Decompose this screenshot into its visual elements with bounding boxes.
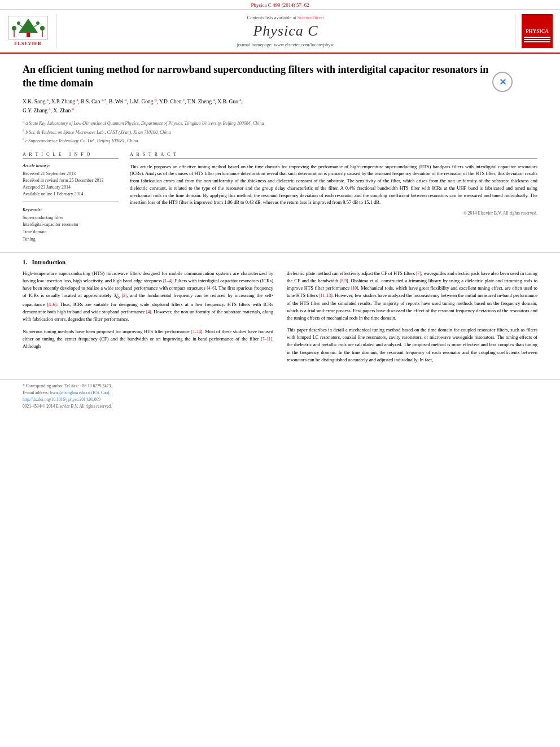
svg-point-6 — [36, 21, 40, 25]
journal-title-area: Contents lists available at ScienceDirec… — [62, 14, 509, 48]
article-title-row: An efficient tuning method for narrowban… — [23, 63, 537, 90]
corresponding-author-note: * Corresponding author. Tel./fax: +86 10… — [23, 383, 537, 388]
article-history-label: Article history: — [23, 163, 119, 168]
elsevier-tree-logo — [8, 16, 48, 40]
abstract-text: This article proposes an effective tunin… — [130, 163, 537, 207]
journal-thumbnail: PHYSICA — [515, 14, 554, 48]
journal-bar: Physica C 499 (2014) 57–62 — [0, 0, 560, 10]
body-col-left: High-temperature superconducting (HTS) m… — [23, 270, 273, 368]
svg-point-8 — [40, 26, 45, 30]
received-date: Received 21 September 2013 — [23, 171, 119, 177]
abstract-heading: A B S T R A C T — [130, 152, 537, 159]
email-link[interactable]: bscao@tsinghua.edu.cn (B.S. Cao). — [50, 390, 111, 395]
article-info-heading: A R T I C L E I N F O — [23, 152, 119, 159]
email-note: E-mail address: bscao@tsinghua.edu.cn (B… — [23, 390, 537, 395]
accepted-date: Accepted 23 January 2014 — [23, 184, 119, 191]
crossmark-icon: ✕ — [492, 72, 513, 92]
article-info-panel: A R T I C L E I N F O Article history: R… — [23, 152, 119, 243]
keyword-4: Tuning — [23, 236, 119, 243]
elsevier-brand-text: ELSEVIER — [14, 41, 41, 46]
doi-note: http://dx.doi.org/10.1016/j.physc.2014.0… — [23, 397, 537, 402]
journal-citation: Physica C 499 (2014) 57–62 — [251, 2, 309, 8]
available-date: Available online 1 February 2014 — [23, 191, 119, 198]
svg-point-5 — [17, 21, 20, 25]
journal-homepage: journal homepage: www.elsevier.com/locat… — [237, 42, 334, 47]
science-direct-notice: Contents lists available at ScienceDirec… — [247, 15, 325, 20]
copyright-line: © 2014 Elsevier B.V. All rights reserved… — [130, 211, 537, 216]
doi-link[interactable]: http://dx.doi.org/10.1016/j.physc.2014.0… — [23, 397, 100, 402]
section-1-heading: 1. Introduction — [23, 259, 537, 265]
elsevier-logo-area: ELSEVIER — [6, 14, 56, 48]
authors-line: X.K. Song a, X.P. Zhang a, B.S. Cao a,*,… — [23, 97, 537, 116]
physica-mini-logo: PHYSICA — [522, 14, 553, 48]
keywords-label: Keywords: — [23, 207, 119, 212]
svg-marker-2 — [19, 19, 38, 33]
journal-header: ELSEVIER Contents lists available at Sci… — [0, 10, 560, 54]
journal-title: Physica C — [253, 23, 318, 40]
body-section: 1. Introduction High-temperature superco… — [0, 252, 560, 379]
science-direct-link[interactable]: ScienceDirect — [298, 15, 325, 20]
affiliations: a a State Key Laboratory of Low-Dimensio… — [23, 119, 537, 145]
keyword-3: Time domain — [23, 229, 119, 236]
body-left-text: High-temperature superconducting (HTS) m… — [23, 270, 273, 350]
keyword-2: Interdigital-capacitor resonator — [23, 221, 119, 229]
body-right-text: dielectric plate method can effectively … — [287, 270, 537, 364]
article-footer: * Corresponding author. Tel./fax: +86 10… — [0, 379, 560, 414]
svg-point-7 — [12, 26, 16, 30]
body-col-right: dielectric plate method can effectively … — [287, 270, 537, 368]
revised-date: Received in revised form 25 December 201… — [23, 177, 119, 184]
issn-note: 0921-4534/© 2014 Elsevier B.V. All right… — [23, 404, 537, 409]
article-section: An efficient tuning method for narrowban… — [0, 54, 560, 252]
abstract-panel: A B S T R A C T This article proposes an… — [130, 152, 537, 243]
crossmark-badge[interactable]: ✕ — [492, 72, 515, 94]
body-columns: High-temperature superconducting (HTS) m… — [23, 270, 537, 368]
info-abstract-row: A R T I C L E I N F O Article history: R… — [23, 152, 537, 243]
keyword-1: Superconducting filter — [23, 215, 119, 222]
article-title: An efficient tuning method for narrowban… — [23, 63, 537, 90]
